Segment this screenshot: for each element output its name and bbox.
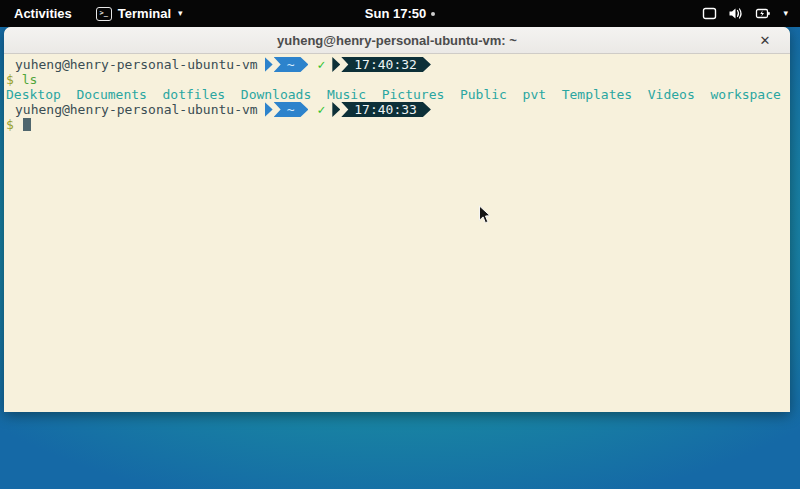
app-menu-terminal[interactable]: >_ Terminal ▾ — [86, 0, 193, 27]
path-segment: ~ — [265, 57, 309, 72]
powerline-arrow-icon — [265, 57, 273, 72]
window-titlebar[interactable]: yuheng@henry-personal-ubuntu-vm: ~ ✕ — [4, 27, 790, 54]
directory-list: Desktop Documents dotfiles Downloads Mus… — [6, 87, 781, 102]
prompt-user-host: yuheng@henry-personal-ubuntu-vm — [15, 57, 258, 72]
clock-label: Sun 17:50 — [365, 6, 426, 21]
input-line: $ — [6, 117, 790, 132]
prompt-line-2: yuheng@henry-personal-ubuntu-vm ~ ✓ 17:4… — [6, 102, 790, 117]
check-icon: ✓ — [317, 102, 325, 117]
path-segment: ~ — [265, 102, 309, 117]
top-bar: Activities >_ Terminal ▾ Sun 17:50 ▾ — [0, 0, 800, 27]
ls-output-line: Desktop Documents dotfiles Downloads Mus… — [6, 87, 790, 102]
terminal-content[interactable]: yuheng@henry-personal-ubuntu-vm ~ ✓ 17:4… — [4, 54, 790, 412]
clock-button[interactable]: Sun 17:50 — [365, 6, 435, 21]
notification-dot-icon — [431, 12, 435, 16]
time-segment: 17:40:33 — [332, 102, 431, 117]
terminal-icon: >_ — [96, 7, 112, 21]
activities-button[interactable]: Activities — [0, 0, 86, 27]
time-segment: 17:40:32 — [332, 57, 431, 72]
command-line: $ ls — [6, 72, 790, 87]
command-text: ls — [22, 72, 38, 87]
close-icon[interactable]: ✕ — [754, 27, 776, 54]
prompt-char: $ — [6, 117, 14, 132]
prompt-time: 17:40:32 — [354, 57, 417, 72]
volume-icon — [728, 7, 744, 20]
powerline-arrow-icon — [332, 102, 340, 117]
terminal-window: yuheng@henry-personal-ubuntu-vm: ~ ✕ yuh… — [4, 27, 790, 412]
battery-charging-icon — [755, 7, 771, 20]
prompt-path: ~ — [287, 102, 295, 117]
chevron-down-icon: ▾ — [783, 9, 788, 18]
prompt-user-host: yuheng@henry-personal-ubuntu-vm — [15, 102, 258, 117]
powerline-arrow-icon — [332, 57, 340, 72]
prompt-time: 17:40:33 — [354, 102, 417, 117]
powerline-arrow-icon — [265, 102, 273, 117]
system-status-menu[interactable]: ▾ — [690, 0, 800, 27]
prompt-line-1: yuheng@henry-personal-ubuntu-vm ~ ✓ 17:4… — [6, 57, 790, 72]
prompt-char: $ — [6, 72, 14, 87]
screen-icon — [702, 7, 717, 20]
chevron-down-icon: ▾ — [178, 9, 183, 18]
prompt-path: ~ — [287, 57, 295, 72]
window-title: yuheng@henry-personal-ubuntu-vm: ~ — [277, 33, 517, 48]
check-icon: ✓ — [317, 57, 325, 72]
app-menu-label: Terminal — [118, 6, 171, 21]
top-bar-left: Activities >_ Terminal ▾ — [0, 0, 193, 27]
terminal-cursor — [23, 118, 31, 131]
